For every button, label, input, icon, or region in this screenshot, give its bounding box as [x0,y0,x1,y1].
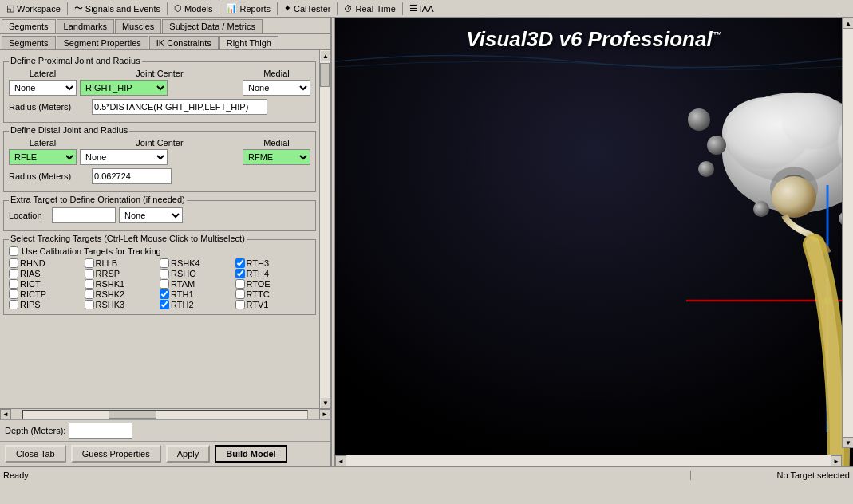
list-item: RRSP [85,269,160,278]
hscroll-track[interactable] [22,410,308,419]
panel-scroll-track[interactable] [320,61,330,397]
checkbox-RRSP[interactable] [85,269,94,278]
distal-joint-select[interactable]: None [80,149,168,165]
proximal-radius-input[interactable] [92,99,267,115]
build-model-button[interactable]: Build Model [215,445,286,463]
label-RTH1: RTH1 [171,289,194,299]
apply-button[interactable]: Apply [166,445,211,463]
checkbox-RSHK4[interactable] [160,258,169,268]
checkbox-RSHO[interactable] [160,269,169,278]
checkbox-RLLB[interactable] [85,258,94,268]
checkbox-RTOE[interactable] [235,279,245,289]
proximal-radius-label: Radius (Meters) [9,102,89,112]
checkbox-RTV1[interactable] [235,300,245,309]
checkbox-RTAM[interactable] [160,279,169,289]
right-hscroll-left[interactable]: ◄ [335,455,346,466]
hscroll-left[interactable]: ◄ [0,409,11,420]
use-calibration-checkbox[interactable] [9,246,18,256]
menu-workspace[interactable]: ◱ Workspace [2,0,65,17]
orientation-none-select[interactable]: None [119,207,183,223]
right-scroll-track[interactable] [843,29,853,437]
guess-properties-button[interactable]: Guess Properties [71,445,161,463]
checkbox-RICTP[interactable] [9,289,18,299]
list-item: RSHK1 [85,279,160,289]
proximal-lateral-select[interactable]: None [9,80,77,96]
list-item: RSHO [160,269,235,278]
menu-models[interactable]: ⬡ Models [169,0,217,17]
checkbox-RTTC[interactable] [235,289,245,299]
checkbox-RIAS[interactable] [9,269,18,278]
proximal-medial-select[interactable]: None [243,80,310,96]
menu-reports[interactable]: 📊 Reports [221,0,275,17]
list-item: RTTC [235,289,311,299]
action-buttons: Close Tab Guess Properties Apply Build M… [0,441,330,466]
workspace-icon: ◱ [6,3,14,14]
checkbox-RTH4[interactable] [235,269,245,278]
list-item: RHND [9,258,85,268]
panel-scroll-down[interactable]: ▼ [320,397,330,408]
menu-signals[interactable]: 〜 Signals and Events [69,0,165,17]
right-hscroll-right[interactable]: ► [831,455,842,466]
subtab-ik-constraints[interactable]: IK Constraints [149,36,219,49]
3d-scene[interactable] [335,18,853,466]
distal-group: Define Distal Joint and Radius Lateral J… [3,131,316,192]
distal-medial-select[interactable]: RFME [243,149,310,165]
orientation-group-title: Extra Target to Define Orientation (if n… [9,195,187,204]
label-RSHO: RSHO [171,269,196,278]
checkbox-RTH3[interactable] [235,258,245,268]
models-icon: ⬡ [174,3,182,14]
close-tab-button[interactable]: Close Tab [5,445,66,463]
checkbox-RSHK2[interactable] [85,289,94,299]
iaa-icon: ☰ [409,3,417,14]
right-hscroll-track[interactable] [346,455,831,466]
label-RTH3: RTH3 [247,258,270,268]
label-RSHK2: RSHK2 [96,289,125,299]
panel-scroll-thumb[interactable] [320,63,330,87]
tab-subject-data[interactable]: Subject Data / Metrics [162,19,263,33]
sep2 [167,2,168,15]
hscroll-right[interactable]: ► [319,409,330,420]
menu-caltester[interactable]: ✦ CalTester [279,0,335,17]
distal-radius-input[interactable] [92,168,172,184]
checkbox-RTH2[interactable] [160,300,169,309]
svg-rect-0 [335,18,853,466]
checkbox-RSHK1[interactable] [85,279,94,289]
label-RTTC: RTTC [247,289,270,299]
distal-joint-header: Joint Center [80,138,239,148]
proximal-lateral-header: Lateral [9,69,77,78]
tab-landmarks[interactable]: Landmarks [57,19,114,33]
checkbox-RSHK3[interactable] [85,300,94,309]
distal-lateral-select[interactable]: RFLE [9,149,77,165]
location-input[interactable] [52,207,116,223]
subtab-segment-props[interactable]: Segment Properties [57,36,148,49]
panel-content: Define Proximal Joint and Radius Lateral… [0,50,319,408]
panel-scrollbar: ▲ ▼ [319,50,330,408]
list-item: RSHK2 [85,289,160,299]
label-RHND: RHND [20,258,45,268]
svg-point-31 [753,201,769,217]
iaa-label: IAA [420,4,434,14]
checkbox-RTH1[interactable] [160,289,169,299]
subtab-right-thigh[interactable]: Right Thigh [219,36,278,49]
label-RLLB: RLLB [96,258,118,268]
hscroll-thumb[interactable] [109,411,156,419]
tracking-targets-grid: RHNDRLLBRSHK4RTH3RIASRRSPRSHORTH4RICTRSH… [9,258,310,309]
tab-muscles[interactable]: Muscles [115,19,161,33]
checkbox-RIPS[interactable] [9,300,18,309]
proximal-joint-header: Joint Center [80,69,239,78]
proximal-group-title: Define Proximal Joint and Radius [9,56,142,65]
checkbox-RHND[interactable] [9,258,18,268]
panel-scroll-up[interactable]: ▲ [320,50,330,61]
proximal-joint-select[interactable]: RIGHT_HIP [80,80,168,96]
menu-iaa[interactable]: ☰ IAA [405,0,439,17]
panel-scroll-area: Define Proximal Joint and Radius Lateral… [0,50,330,408]
status-bar: Ready No Target selected [0,466,853,483]
list-item: RIAS [9,269,85,278]
depth-input[interactable] [69,423,132,439]
subtab-segments[interactable]: Segments [2,36,56,49]
checkbox-RICT[interactable] [9,279,18,289]
menu-realtime[interactable]: ⏱ Real-Time [339,0,400,17]
label-RSHK4: RSHK4 [171,258,200,268]
right-scroll-down[interactable]: ▼ [843,437,853,448]
tab-segments[interactable]: Segments [2,19,56,33]
